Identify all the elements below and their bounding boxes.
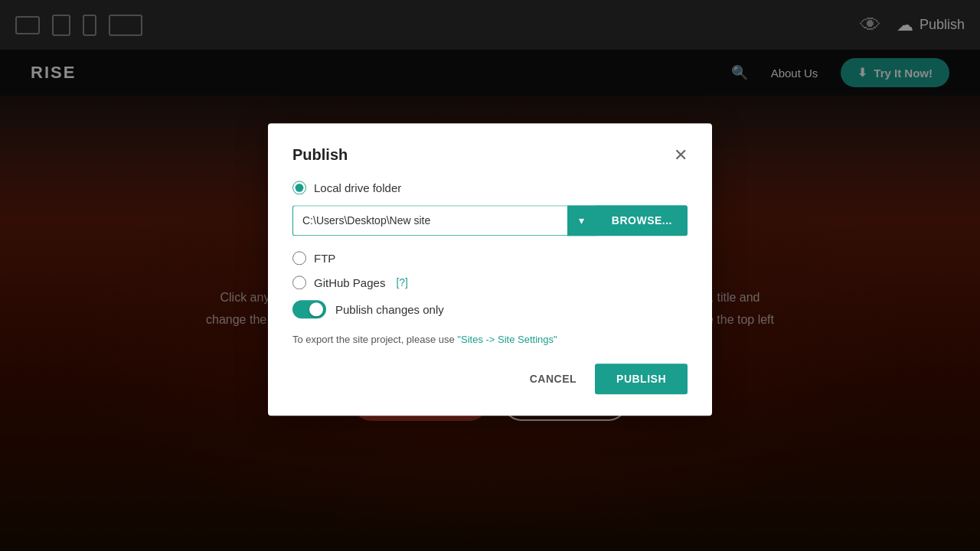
modal-footer: CANCEL PUBLISH — [292, 364, 688, 394]
publish-modal: Publish ✕ Local drive folder ▾ BROWSE...… — [268, 123, 712, 416]
github-help-link[interactable]: [?] — [396, 276, 408, 289]
browse-button[interactable]: BROWSE... — [596, 205, 688, 236]
modal-header: Publish ✕ — [292, 146, 688, 164]
github-radio[interactable] — [292, 276, 306, 289]
publish-changes-toggle[interactable] — [292, 300, 326, 318]
ftp-option: FTP — [292, 251, 688, 265]
modal-title: Publish — [292, 146, 348, 164]
site-settings-link[interactable]: "Sites -> Site Settings" — [457, 334, 557, 345]
ftp-radio[interactable] — [292, 251, 306, 265]
github-label[interactable]: GitHub Pages — [314, 276, 385, 289]
path-dropdown-button[interactable]: ▾ — [567, 205, 596, 236]
local-drive-label[interactable]: Local drive folder — [314, 181, 401, 194]
export-note-text: To export the site project, please use — [292, 334, 457, 345]
path-row: ▾ BROWSE... — [292, 205, 688, 236]
local-drive-option: Local drive folder — [292, 181, 688, 194]
toggle-row: Publish changes only — [292, 300, 688, 318]
publish-modal-button[interactable]: PUBLISH — [595, 364, 688, 394]
export-note: To export the site project, please use "… — [292, 334, 688, 345]
toggle-label: Publish changes only — [335, 303, 444, 316]
cancel-button[interactable]: CANCEL — [524, 365, 583, 393]
github-option: GitHub Pages [?] — [292, 276, 688, 289]
local-drive-radio[interactable] — [292, 181, 306, 194]
path-input[interactable] — [292, 205, 567, 236]
modal-close-button[interactable]: ✕ — [674, 147, 688, 164]
toggle-thumb — [309, 302, 323, 316]
ftp-label[interactable]: FTP — [314, 252, 335, 265]
